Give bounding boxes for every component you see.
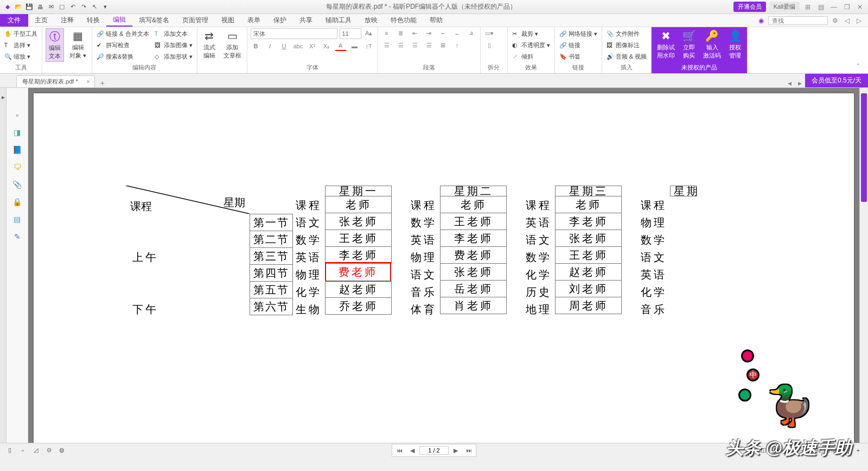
font-family-select[interactable]: [251, 28, 337, 39]
select-tool-button[interactable]: Ꭲ选择 ▾: [3, 41, 39, 50]
foxit-icon[interactable]: ◆: [3, 3, 12, 11]
add-text-button[interactable]: T添加文本: [154, 29, 194, 39]
subscript-icon[interactable]: X₂: [321, 41, 332, 51]
tell-me-icon[interactable]: ◉: [756, 16, 766, 26]
underline-icon[interactable]: U: [279, 41, 290, 51]
superscript-icon[interactable]: X²: [307, 41, 318, 51]
pointer-icon[interactable]: ↖: [90, 3, 99, 11]
align-left-icon[interactable]: ☰: [381, 40, 392, 50]
add-shape-button[interactable]: ◇添加形状 ▾: [154, 52, 194, 61]
teacher-cell-highlighted[interactable]: 费老师: [325, 262, 391, 282]
justify-icon[interactable]: ☰: [424, 40, 435, 50]
image-note-button[interactable]: 🖼图像标注: [605, 41, 648, 50]
menu-form[interactable]: 表单: [241, 14, 267, 27]
layout-icon[interactable]: ▤: [816, 2, 826, 12]
user-badge[interactable]: Kall爱编: [769, 2, 800, 12]
doclink-button[interactable]: 🔗链接: [558, 41, 598, 50]
attach-file-button[interactable]: 📎文件附件: [605, 29, 648, 39]
align-bot-icon[interactable]: ⫡: [466, 28, 477, 38]
bold-icon[interactable]: B: [251, 41, 261, 51]
buy-now-button[interactable]: 🛒立即 购买: [680, 28, 698, 61]
menu-access[interactable]: 辅助工具: [319, 14, 358, 27]
grid-icon[interactable]: ⊞: [803, 2, 813, 12]
zoom-in-icon[interactable]: +: [853, 445, 864, 455]
sb-icon[interactable]: ◍: [56, 445, 67, 455]
grow-font-icon[interactable]: A▴: [363, 28, 374, 38]
tabs-scroll-left-icon[interactable]: ◂: [784, 79, 795, 87]
bullet-list-icon[interactable]: ≡: [381, 28, 392, 38]
new-icon[interactable]: ▢: [58, 3, 66, 11]
highlight-icon[interactable]: ▬: [349, 41, 360, 51]
tilt-button[interactable]: ⟋倾斜: [511, 52, 551, 61]
sb-icon[interactable]: ⊝: [43, 445, 54, 455]
align-center-icon[interactable]: ☰: [395, 40, 406, 50]
weblink-button[interactable]: 🔗网络链接 ▾: [558, 29, 598, 39]
last-page-icon[interactable]: ⏭: [463, 445, 475, 455]
redo-icon[interactable]: ↷: [79, 3, 88, 11]
search-opts-icon[interactable]: ⚙: [830, 16, 840, 26]
font-size-select[interactable]: [340, 28, 361, 39]
sb-icon[interactable]: ◿: [30, 445, 41, 455]
panel-pages-icon[interactable]: ◨: [12, 127, 23, 138]
ribbon-collapse-icon[interactable]: ˄: [853, 61, 864, 71]
menu-comment[interactable]: 注释: [54, 14, 80, 27]
panel-sig-icon[interactable]: ✎: [12, 231, 23, 242]
menu-home[interactable]: 主页: [28, 14, 54, 27]
next-page-icon[interactable]: ▶: [450, 445, 462, 455]
number-list-icon[interactable]: ≣: [395, 28, 406, 38]
spellcheck-button[interactable]: ✔拼写检查: [95, 41, 150, 50]
print-icon[interactable]: 🖶: [36, 3, 44, 11]
remove-watermark-button[interactable]: ✖删除试 用水印: [655, 28, 677, 61]
menu-convert[interactable]: 转换: [80, 14, 106, 27]
file-menu[interactable]: 文件: [0, 14, 28, 27]
sb-icon[interactable]: ▫: [17, 445, 28, 455]
restore-icon[interactable]: ❐: [842, 2, 852, 12]
font-color-icon[interactable]: A: [335, 41, 346, 51]
menu-help[interactable]: 帮助: [423, 14, 449, 27]
align-top-icon[interactable]: ⫟: [438, 28, 449, 38]
menu-edit[interactable]: 编辑: [106, 14, 132, 27]
member-banner[interactable]: 会员低至0.5元/天: [805, 74, 868, 87]
add-tab-button[interactable]: +: [95, 79, 110, 87]
panel-comment-icon[interactable]: 🗨: [12, 162, 23, 173]
undo-icon[interactable]: ↶: [68, 3, 77, 11]
scroll-thumb[interactable]: [861, 93, 867, 202]
crop-button[interactable]: ✂裁剪 ▾: [511, 29, 551, 39]
link-merge-button[interactable]: 🔗链接 & 合并文本: [95, 29, 150, 39]
activation-code-button[interactable]: 🔑输入 激活码: [701, 28, 723, 61]
left-collapse-handle[interactable]: ▸: [0, 88, 7, 443]
search-replace-button[interactable]: 🔎搜索&替换: [95, 52, 150, 61]
page-input[interactable]: [419, 446, 449, 455]
menu-view[interactable]: 视图: [215, 14, 241, 27]
license-mgmt-button[interactable]: 👤授权 管理: [726, 28, 744, 61]
split-h-icon[interactable]: ▭▾: [484, 28, 495, 38]
search-input[interactable]: [768, 16, 828, 25]
edit-object-button[interactable]: ▦编辑 对象 ▾: [67, 28, 88, 61]
email-icon[interactable]: ✉: [47, 3, 55, 11]
page-canvas[interactable]: 课程 星期 上午 下午 第一节 第二节 第三节 第四节: [28, 88, 859, 443]
qat-dropdown-icon[interactable]: ▾: [101, 3, 110, 11]
close-tab-icon[interactable]: ×: [86, 78, 90, 85]
split-v-icon[interactable]: ▯: [484, 40, 495, 50]
flow-edit-button[interactable]: ⇄流式 编辑: [201, 28, 218, 61]
panel-book-icon[interactable]: 📘: [12, 144, 23, 155]
nav-prev-icon[interactable]: ◁: [842, 16, 852, 26]
strike-icon[interactable]: abc: [293, 41, 304, 51]
menu-present[interactable]: 放映: [358, 14, 384, 27]
doc-tab[interactable]: 每星期的课程表.pdf *×: [16, 75, 95, 87]
member-badge[interactable]: 开通会员: [733, 2, 766, 12]
panel-attach-icon[interactable]: 📎: [12, 179, 23, 190]
close-icon[interactable]: ✕: [855, 2, 865, 12]
hand-tool-button[interactable]: ✋手型工具: [3, 29, 39, 39]
bookmark-button[interactable]: 🔖书签: [558, 52, 598, 61]
italic-icon[interactable]: I: [265, 41, 276, 51]
sb-icon[interactable]: ▯: [4, 445, 15, 455]
menu-share[interactable]: 共享: [293, 14, 319, 27]
first-page-icon[interactable]: ⏮: [393, 445, 405, 455]
add-image-button[interactable]: 🖼添加图像 ▾: [154, 41, 194, 50]
zoom-tool-button[interactable]: 🔍缩放 ▾: [3, 52, 39, 61]
menu-protect[interactable]: 保护: [267, 14, 293, 27]
distribute-icon[interactable]: ⊞: [438, 40, 449, 50]
nav-next-icon[interactable]: ▷: [854, 16, 864, 26]
menu-pages[interactable]: 页面管理: [176, 14, 215, 27]
